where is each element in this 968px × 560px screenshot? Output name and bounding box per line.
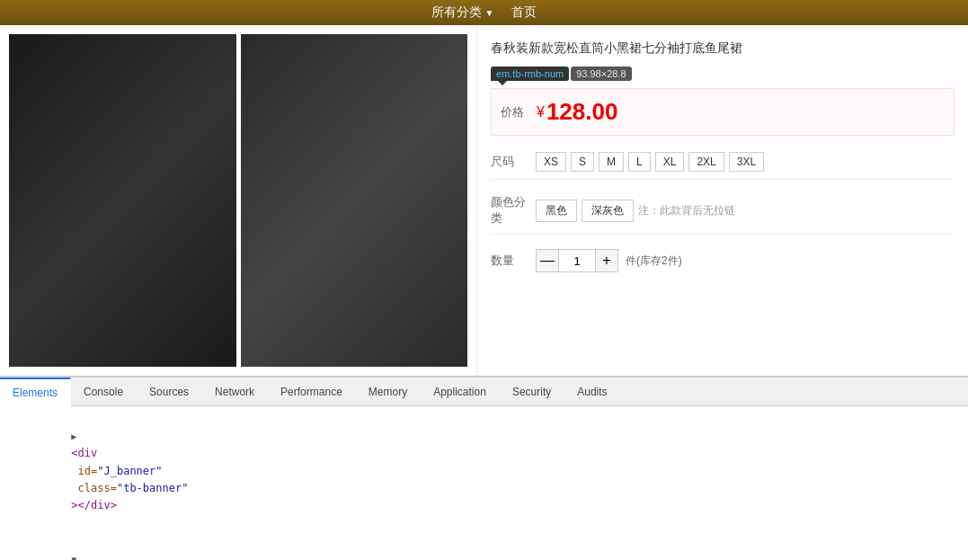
size-row: 尺码 XS S M L XL 2XL 3XL [491, 145, 955, 180]
product-photo-left [9, 34, 236, 367]
qty-label: 数量 [491, 253, 536, 269]
nav-categories-label: 所有分类 [431, 4, 482, 21]
size-xs[interactable]: XS [536, 152, 566, 172]
triangle-icon: ▶ [71, 431, 76, 441]
element-tooltip-size: 93.98×28.8 [571, 67, 631, 81]
tab-sources[interactable]: Sources [137, 378, 202, 406]
color-row: 颜色分类 黑色 深灰色 注：此款背后无拉链 [491, 187, 955, 235]
product-details: 春秋装新款宽松直筒小黑裙七分袖打底鱼尾裙 em.tb-rmb-num 93.98… [476, 25, 968, 376]
product-photo-right [241, 34, 468, 367]
devtools-panel: Elements Console Sources Network Perform… [0, 376, 968, 560]
product-images [0, 25, 476, 376]
size-l[interactable]: L [628, 152, 651, 172]
color-black[interactable]: 黑色 [536, 200, 577, 222]
main-content: 春秋装新款宽松直筒小黑裙七分袖打底鱼尾裙 em.tb-rmb-num 93.98… [0, 25, 968, 376]
triangle-icon-2: ▼ [71, 555, 76, 561]
product-image-left [9, 34, 236, 367]
color-darkgray[interactable]: 深灰色 [582, 200, 634, 222]
qty-controls: — + [536, 249, 618, 272]
product-image-right [241, 34, 468, 367]
element-tooltip-wrapper: em.tb-rmb-num 93.98×28.8 [491, 67, 955, 81]
devtools-content[interactable]: ▶ <div id="J_banner" class="tb-banner" >… [0, 406, 968, 560]
size-options: XS S M L XL 2XL 3XL [536, 152, 764, 172]
product-title: 春秋装新款宽松直筒小黑裙七分袖打底鱼尾裙 [491, 39, 955, 58]
nav-dropdown-arrow: ▼ [485, 8, 494, 18]
size-m[interactable]: M [599, 152, 624, 172]
tab-console[interactable]: Console [71, 378, 137, 406]
price-value: 128.00 [546, 98, 618, 126]
nav-categories[interactable]: 所有分类 ▼ [431, 4, 494, 21]
tab-application[interactable]: Application [421, 378, 500, 406]
color-label: 颜色分类 [491, 194, 536, 227]
color-note: 注：此款背后无拉链 [638, 203, 735, 218]
price-currency: ¥ [537, 104, 545, 120]
qty-plus-button[interactable]: + [595, 249, 618, 272]
devtools-tabs: Elements Console Sources Network Perform… [0, 378, 968, 406]
price-row: 价格 ¥ 128.00 [491, 88, 955, 136]
size-2xl[interactable]: 2XL [688, 152, 724, 172]
size-3xl[interactable]: 3XL [729, 152, 764, 172]
qty-row: 数量 — + 件(库存2件) [491, 242, 955, 280]
size-label: 尺码 [491, 154, 536, 170]
size-s[interactable]: S [571, 152, 594, 172]
qty-minus-button[interactable]: — [536, 249, 559, 272]
code-line-1: ▶ <div id="J_banner" class="tb-banner" >… [0, 410, 968, 532]
tab-elements[interactable]: Elements [0, 378, 71, 406]
price-label: 价格 [501, 104, 537, 120]
tab-security[interactable]: Security [500, 378, 564, 406]
qty-note: 件(库存2件) [626, 253, 682, 269]
browser-toolbar: 所有分类 ▼ 首页 [0, 0, 968, 25]
qty-input[interactable] [559, 249, 595, 272]
size-xl[interactable]: XL [655, 152, 685, 172]
browser-nav: 所有分类 ▼ 首页 [9, 4, 959, 21]
nav-home[interactable]: 首页 [511, 4, 537, 21]
element-tooltip-bubble: em.tb-rmb-num [491, 67, 569, 81]
code-line-2: ▼ <ul class="tb-meta" > [0, 532, 968, 560]
tab-memory[interactable]: Memory [356, 378, 421, 406]
tab-audits[interactable]: Audits [564, 378, 620, 406]
tab-performance[interactable]: Performance [268, 378, 356, 406]
tab-network[interactable]: Network [202, 378, 268, 406]
